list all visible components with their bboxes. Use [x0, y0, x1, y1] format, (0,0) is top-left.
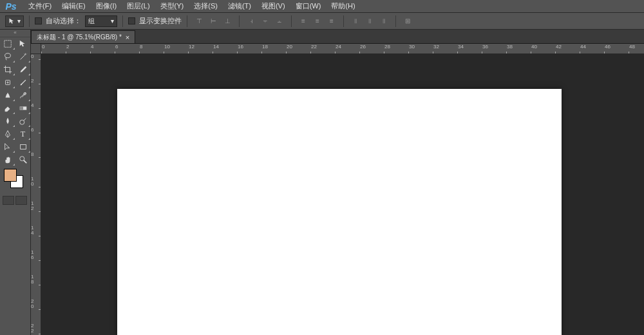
align-left-icon[interactable]: ⫞	[245, 15, 258, 27]
menu-filter[interactable]: 滤镜(T)	[223, 0, 256, 12]
menu-select[interactable]: 选择(S)	[189, 0, 223, 12]
separator	[395, 15, 396, 27]
menu-file[interactable]: 文件(F)	[23, 0, 57, 12]
document-tab-title: 未标题 - 1 @ 75.1%(RGB/8) *	[37, 33, 122, 42]
distribute-group-1: ≡ ≡ ≡	[297, 15, 338, 27]
menu-image[interactable]: 图像(I)	[91, 0, 122, 12]
lasso-tool[interactable]	[0, 50, 15, 63]
svg-point-9	[20, 157, 24, 161]
svg-rect-8	[21, 145, 26, 149]
pen-tool[interactable]	[0, 128, 15, 140]
gradient-tool[interactable]	[15, 102, 31, 115]
show-transform-label: 显示变换控件	[139, 16, 182, 26]
move-tool[interactable]	[15, 37, 31, 50]
blur-tool[interactable]	[0, 115, 15, 128]
align-group-2: ⫞ ⫟ ⫠	[245, 15, 286, 27]
svg-rect-0	[5, 41, 12, 48]
path-selection-tool[interactable]	[0, 140, 15, 153]
separator	[291, 15, 292, 27]
history-brush-tool[interactable]	[15, 89, 31, 102]
magic-wand-tool[interactable]	[15, 50, 31, 63]
dodge-tool[interactable]	[15, 115, 31, 128]
separator	[29, 15, 30, 27]
separator	[187, 15, 187, 27]
foreground-color-swatch[interactable]	[4, 169, 17, 182]
distribute-hcenter-icon[interactable]: ⦀	[363, 15, 376, 27]
hand-tool[interactable]	[0, 153, 15, 166]
align-bottom-icon[interactable]: ⊥	[221, 15, 234, 27]
clone-stamp-tool[interactable]	[0, 89, 15, 102]
distribute-bottom-icon[interactable]: ≡	[325, 15, 338, 27]
svg-point-6	[20, 120, 24, 124]
horizontal-ruler[interactable]: 0246810121416182022242628303234363840424…	[41, 44, 644, 54]
options-bar: ▾ 自动选择： 组▾ 显示变换控件 ⊤ ⊢ ⊥ ⫞ ⫟ ⫠ ≡ ≡ ≡ ⦀ ⦀ …	[0, 13, 644, 30]
current-tool-indicator[interactable]: ▾	[5, 15, 24, 27]
type-tool[interactable]: T	[15, 128, 31, 140]
crop-tool[interactable]	[0, 63, 15, 76]
svg-point-1	[5, 53, 11, 58]
svg-rect-5	[20, 106, 23, 110]
separator	[122, 15, 123, 27]
canvas-viewport[interactable]	[41, 54, 644, 335]
document-tab[interactable]: 未标题 - 1 @ 75.1%(RGB/8) * ×	[31, 30, 135, 43]
color-swatches	[0, 166, 30, 192]
distribute-vcenter-icon[interactable]: ≡	[311, 15, 324, 27]
separator	[343, 15, 344, 27]
auto-select-label: 自动选择：	[46, 16, 81, 26]
canvas[interactable]	[117, 89, 562, 335]
menu-edit[interactable]: 编辑(E)	[57, 0, 91, 12]
eyedropper-tool[interactable]	[15, 63, 31, 76]
menu-layer[interactable]: 图层(L)	[122, 0, 155, 12]
menu-window[interactable]: 窗口(W)	[290, 0, 327, 12]
tool-panel: « T	[0, 30, 31, 335]
tool-dropdown-icon: ▾	[17, 17, 21, 24]
healing-brush-tool[interactable]	[0, 76, 15, 89]
svg-text:T: T	[21, 129, 26, 139]
chevron-down-icon: ▾	[111, 17, 114, 24]
quick-mask-button[interactable]	[15, 196, 27, 205]
document-area: 未标题 - 1 @ 75.1%(RGB/8) * × 0246810121416…	[31, 30, 644, 335]
menu-help[interactable]: 帮助(H)	[326, 0, 360, 12]
distribute-group-2: ⦀ ⦀ ⦀	[349, 15, 390, 27]
menu-type[interactable]: 类型(Y)	[155, 0, 189, 12]
document-tab-bar: 未标题 - 1 @ 75.1%(RGB/8) * ×	[31, 30, 644, 44]
distribute-right-icon[interactable]: ⦀	[377, 15, 390, 27]
separator	[239, 15, 240, 27]
shape-tool[interactable]	[15, 140, 31, 153]
menu-view[interactable]: 视图(V)	[256, 0, 290, 12]
auto-align-icon[interactable]: ⊞	[401, 15, 414, 27]
app-logo: Ps	[3, 0, 19, 13]
marquee-tool[interactable]	[0, 37, 15, 50]
show-transform-checkbox[interactable]	[128, 17, 135, 24]
brush-tool[interactable]	[15, 76, 31, 89]
ruler-origin[interactable]	[31, 44, 41, 54]
vertical-ruler[interactable]: 0246810121416182022	[31, 54, 41, 335]
distribute-top-icon[interactable]: ≡	[297, 15, 310, 27]
align-hcenter-icon[interactable]: ⫟	[259, 15, 272, 27]
align-top-icon[interactable]: ⊤	[193, 15, 205, 27]
align-group-1: ⊤ ⊢ ⊥	[193, 15, 234, 27]
standard-mode-button[interactable]	[3, 196, 14, 205]
distribute-left-icon[interactable]: ⦀	[349, 15, 362, 27]
tool-collapse-button[interactable]: «	[0, 30, 30, 37]
eraser-tool[interactable]	[0, 102, 15, 115]
workspace: 0246810121416182022242628303234363840424…	[31, 44, 644, 335]
close-tab-icon[interactable]: ×	[126, 34, 129, 41]
auto-select-dropdown[interactable]: 组▾	[85, 15, 117, 27]
menu-bar: Ps 文件(F) 编辑(E) 图像(I) 图层(L) 类型(Y) 选择(S) 滤…	[0, 0, 644, 13]
zoom-tool[interactable]	[15, 153, 31, 166]
auto-select-checkbox[interactable]	[35, 17, 42, 24]
align-vcenter-icon[interactable]: ⊢	[207, 15, 220, 27]
align-right-icon[interactable]: ⫠	[273, 15, 286, 27]
